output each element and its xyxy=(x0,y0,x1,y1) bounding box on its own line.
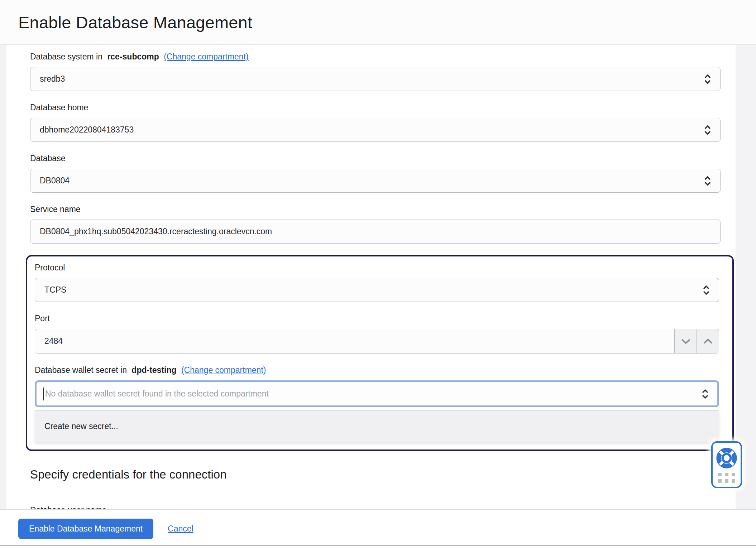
service-name-value: DB0804_phx1hq.sub05042023430.rceractesti… xyxy=(40,227,272,236)
select-chevron-icon xyxy=(702,285,711,295)
create-new-secret-option[interactable]: Create new secret... xyxy=(35,422,719,431)
bottom-divider xyxy=(0,545,756,546)
database-select[interactable]: DB0804 xyxy=(30,169,721,193)
protocol-select[interactable]: TCPS xyxy=(35,278,719,302)
cancel-link[interactable]: Cancel xyxy=(168,524,193,534)
port-input[interactable]: 2484 xyxy=(35,329,674,353)
database-system-value: sredb3 xyxy=(40,74,65,84)
service-name-label: Service name xyxy=(30,205,721,214)
panel-body: Database system in rce-subcomp (Change c… xyxy=(0,45,756,509)
database-label: Database xyxy=(30,154,721,163)
form-panel: Database system in rce-subcomp (Change c… xyxy=(6,45,736,509)
port-stepper: 2484 xyxy=(35,329,719,354)
change-compartment-link-wallet-secret[interactable]: (Change compartment) xyxy=(181,365,266,375)
database-home-label: Database home xyxy=(30,103,721,112)
page-title: Enable Database Management xyxy=(18,13,252,32)
enable-database-management-button[interactable]: Enable Database Management xyxy=(18,519,153,539)
database-home-value: dbhome20220804183753 xyxy=(40,125,134,135)
database-value: DB0804 xyxy=(40,176,70,186)
panel-header: Enable Database Management xyxy=(0,0,756,45)
protocol-label: Protocol xyxy=(35,263,719,273)
select-chevron-icon xyxy=(703,176,712,186)
port-decrement-button[interactable] xyxy=(674,329,697,353)
select-chevron-icon xyxy=(703,125,712,135)
select-chevron-icon xyxy=(703,74,712,85)
chevron-down-icon xyxy=(680,338,691,345)
chevron-up-icon xyxy=(703,338,713,345)
wallet-secret-label: Database wallet secret in dpd-testing (C… xyxy=(35,365,719,375)
database-system-label: Database system in rce-subcomp (Change c… xyxy=(30,52,721,62)
service-name-input[interactable]: DB0804_phx1hq.sub05042023430.rceractesti… xyxy=(30,220,721,244)
wallet-secret-label-text: Database wallet secret in xyxy=(35,365,127,375)
port-value: 2484 xyxy=(44,336,63,346)
port-increment-button[interactable] xyxy=(697,329,719,353)
apps-grid-icon[interactable] xyxy=(718,473,735,483)
select-chevron-icon xyxy=(700,389,710,399)
help-widget[interactable] xyxy=(711,441,742,488)
connection-settings-highlight-box: Protocol TCPS Port 2484 xyxy=(26,255,734,451)
database-system-select[interactable]: sredb3 xyxy=(30,67,721,91)
wallet-secret-select[interactable]: No database wallet secret found in the s… xyxy=(35,380,719,407)
wallet-secret-placeholder: No database wallet secret found in the s… xyxy=(45,389,269,399)
change-compartment-link-database-system[interactable]: (Change compartment) xyxy=(164,52,249,61)
enable-database-management-panel: Enable Database Management Database syst… xyxy=(0,0,756,548)
port-label: Port xyxy=(35,314,719,323)
credentials-section-heading: Specify credentials for the connection xyxy=(30,467,721,482)
database-system-compartment-name: rce-subcomp xyxy=(107,52,159,61)
database-system-label-text: Database system in xyxy=(30,52,102,61)
lifebuoy-help-icon[interactable] xyxy=(716,447,738,469)
database-user-name-label: Database user name xyxy=(30,505,721,509)
database-home-select[interactable]: dbhome20220804183753 xyxy=(30,118,721,142)
wallet-secret-dropdown: Create new secret... xyxy=(35,410,719,442)
protocol-value: TCPS xyxy=(44,285,66,295)
text-caret xyxy=(43,388,44,400)
wallet-secret-compartment-name: dpd-testing xyxy=(131,365,176,375)
panel-footer: Enable Database Management Cancel xyxy=(0,509,756,548)
